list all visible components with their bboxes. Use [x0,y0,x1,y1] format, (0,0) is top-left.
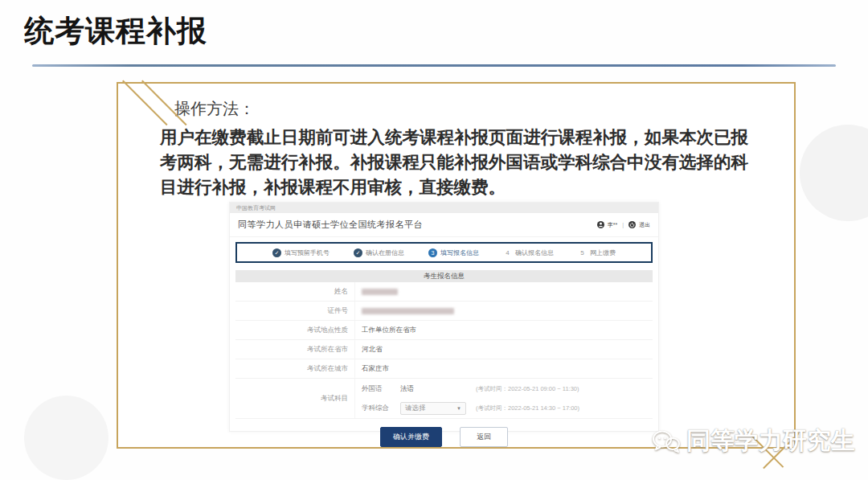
form-row-city: 考试所在城市 石家庄市 [235,359,653,379]
step-fill-registration: 3 填写报名信息 [428,248,479,257]
decorative-circle-bottom-left [24,396,108,480]
step-confirm-registration: 4 确认报名信息 [503,248,554,257]
logout-icon [628,221,636,228]
embedded-screenshot: 中国教育考试网 同等学力人员申请硕士学位全国统考报名平台 李** | [229,202,659,432]
subject-comprehensive: 学科综合 请选择 ▼ (考试时间：2022-05-21 14:30 ~ 17:0… [362,399,653,418]
step-number: 4 [503,248,512,257]
step-fill-phone: ✓ 填写预留手机号 [272,248,330,257]
header-divider: | [622,222,624,228]
form-row-subjects: 考试科目 外国语 法语 (考试时间：2022-05-21 09:00 ~ 11:… [235,379,653,419]
watermark: 同等学力研究生 [652,425,855,457]
candidate-info-form: 姓名 证件号 考试地点性质 工作单位所在省市 考试所在省市 河北省 考试所在城市 [235,282,653,419]
form-row-name: 姓名 [235,282,653,302]
title-underline [32,64,836,67]
decorative-circle-right [800,125,868,221]
step-number: 5 [578,248,587,257]
form-row-id: 证件号 [235,302,653,321]
chevron-down-icon: ▼ [457,406,461,411]
progress-steps: ✓ 填写预留手机号 ✓ 确认在册信息 3 填写报名信息 4 确认报名信息 5 [235,242,653,263]
confirm-pay-button[interactable]: 确认并缴费 [380,427,442,447]
back-button[interactable]: 返回 [460,427,508,447]
instruction-text: 用户在缴费截止日期前可进入统考课程补报页面进行课程补报，如果本次已报考两科，无需… [160,125,748,200]
form-row-location-type: 考试地点性质 工作单位所在省市 [235,321,653,340]
redacted-id-value [362,308,454,314]
user-icon [597,221,604,228]
content-frame: 操作方法： 用户在缴费截止日期前可进入统考课程补报页面进行课程补报，如果本次已报… [117,82,796,449]
platform-header: 同等学力人员申请硕士学位全国统考报名平台 李** | 退出 [230,213,658,237]
logout-button[interactable]: 退出 [639,221,650,229]
subject-foreign-language: 外国语 法语 (考试时间：2022-05-21 09:00 ~ 11:30) [362,379,653,399]
watermark-text: 同等学力研究生 [686,425,855,457]
wechat-icon [652,429,681,453]
step-confirm-record: ✓ 确认在册信息 [354,248,404,257]
step-online-payment: 5 网上缴费 [578,248,616,257]
page-title: 统考课程补报 [24,11,207,51]
slide: 统考课程补报 操作方法： 用户在缴费截止日期前可进入统考课程补报页面进行课程补报… [0,0,868,480]
form-row-province: 考试所在省市 河北省 [235,340,653,359]
step-number-badge: 3 [428,248,437,257]
redacted-name-value [362,289,398,295]
platform-title: 同等学力人员申请硕士学位全国统考报名平台 [238,219,423,231]
section-label: 操作方法： [174,98,255,120]
subject-select-dropdown[interactable]: 请选择 ▼ [400,402,466,415]
site-name: 中国教育考试网 [230,203,658,213]
check-icon: ✓ [354,248,362,257]
form-actions: 确认并缴费 返回 [230,427,658,447]
form-section-title: 考生报名信息 [235,270,653,282]
user-area: 李** | 退出 [597,221,650,229]
check-icon: ✓ [272,248,281,257]
user-name[interactable]: 李** [608,221,617,229]
